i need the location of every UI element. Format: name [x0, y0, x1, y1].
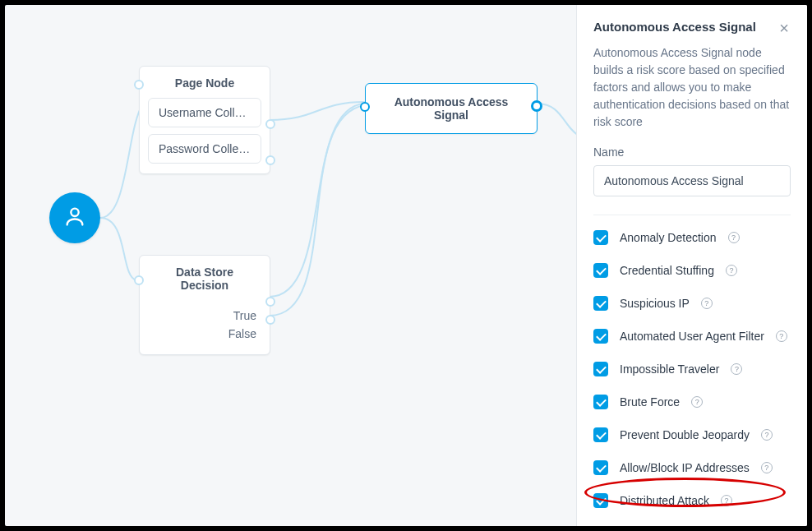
panel-description: Autonomous Access Signal node builds a r… [593, 44, 791, 131]
option-prevent-double-jeopardy[interactable]: Prevent Double Jeopardy [593, 427, 791, 442]
port-out-username[interactable] [265, 119, 275, 129]
slot-password-collector[interactable]: Password Collec… [148, 134, 261, 164]
option-impossible-traveler[interactable]: Impossible Traveler [593, 362, 791, 376]
option-distributed-attack[interactable]: Distributed Attack [593, 493, 791, 508]
option-label: Suspicious IP [620, 297, 690, 310]
checkbox-checked-icon[interactable] [593, 296, 608, 311]
page-node-title: Page Node [140, 67, 270, 98]
option-label: Credential Stuffing [620, 264, 714, 277]
help-icon[interactable] [721, 495, 732, 506]
port-out-true[interactable] [265, 297, 275, 307]
flow-canvas[interactable]: Page Node Username Colle… Password Colle… [5, 5, 576, 526]
checkbox-checked-icon[interactable] [593, 329, 608, 344]
panel-title: Autonomous Access Signal [593, 20, 756, 34]
page-node-card[interactable]: Page Node Username Colle… Password Colle… [139, 66, 270, 174]
start-node[interactable] [49, 192, 100, 243]
option-label: Distributed Attack [620, 494, 709, 507]
help-icon[interactable] [726, 265, 737, 276]
options-list: Anomaly Detection Credential Stuffing Su… [593, 230, 791, 508]
option-brute-force[interactable]: Brute Force [593, 395, 791, 409]
help-icon[interactable] [761, 462, 773, 473]
checkbox-checked-icon[interactable] [593, 460, 608, 475]
data-store-title: Data Store Decision [140, 256, 270, 300]
port-in[interactable] [134, 275, 144, 285]
outcome-true: True [153, 307, 256, 325]
divider [593, 215, 791, 215]
person-icon [63, 205, 86, 231]
data-store-card[interactable]: Data Store Decision True False [139, 255, 270, 355]
help-icon[interactable] [701, 298, 713, 309]
port-in[interactable] [360, 102, 370, 112]
slot-username-collector[interactable]: Username Colle… [148, 98, 261, 127]
option-label: Anomaly Detection [620, 231, 717, 244]
option-anomaly-detection[interactable]: Anomaly Detection [593, 230, 791, 245]
checkbox-checked-icon[interactable] [593, 395, 608, 409]
option-suspicious-ip[interactable]: Suspicious IP [593, 296, 791, 311]
node-properties-panel: Autonomous Access Signal × Autonomous Ac… [576, 5, 807, 526]
port-out-password[interactable] [265, 155, 275, 165]
checkbox-checked-icon[interactable] [593, 263, 608, 278]
option-label: Prevent Double Jeopardy [620, 428, 750, 441]
port-in[interactable] [134, 80, 144, 90]
option-label: Automated User Agent Filter [620, 330, 764, 343]
checkbox-checked-icon[interactable] [593, 427, 608, 442]
option-label: Impossible Traveler [620, 362, 719, 376]
option-label: Allow/Block IP Addresses [620, 461, 750, 474]
help-icon[interactable] [728, 232, 740, 243]
close-icon: × [779, 19, 789, 37]
option-allow-block-ip-addresses[interactable]: Allow/Block IP Addresses [593, 460, 791, 475]
port-out[interactable] [531, 100, 542, 112]
outcome-false: False [153, 325, 256, 343]
svg-point-0 [71, 209, 78, 216]
target-node-title: Autonomous Access Signal [366, 84, 537, 133]
name-label: Name [593, 145, 791, 159]
help-icon[interactable] [761, 429, 773, 441]
help-icon[interactable] [691, 396, 703, 408]
close-button[interactable]: × [777, 20, 791, 36]
name-field[interactable] [593, 165, 791, 196]
option-credential-stuffing[interactable]: Credential Stuffing [593, 263, 791, 278]
checkbox-checked-icon[interactable] [593, 493, 608, 508]
option-label: Brute Force [620, 395, 680, 409]
checkbox-checked-icon[interactable] [593, 362, 608, 376]
autonomous-access-signal-node[interactable]: Autonomous Access Signal [365, 83, 537, 134]
help-icon[interactable] [731, 363, 742, 375]
help-icon[interactable] [776, 330, 787, 342]
option-automated-user-agent-filter[interactable]: Automated User Agent Filter [593, 329, 791, 344]
port-out-false[interactable] [265, 315, 275, 325]
checkbox-checked-icon[interactable] [593, 230, 608, 245]
